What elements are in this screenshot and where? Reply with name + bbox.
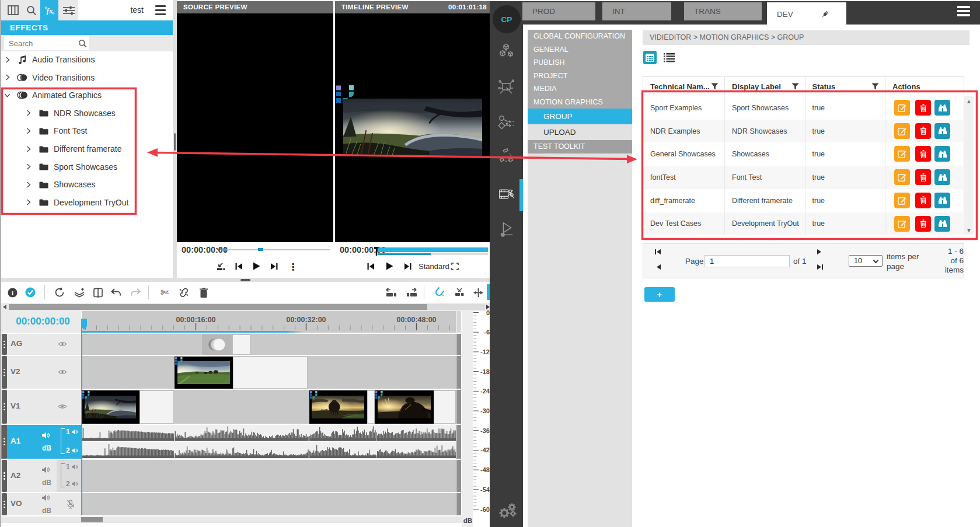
- table-row[interactable]: NDR ExamplesNDR Showcasestrue: [643, 120, 965, 143]
- nav-item-group[interactable]: GROUP: [528, 109, 632, 124]
- scroll-left-icon[interactable]: [3, 305, 7, 309]
- track-mute-icon[interactable]: [42, 466, 50, 473]
- clip-v2-video[interactable]: [175, 357, 233, 389]
- tree-item-font-test[interactable]: Font Test: [1, 122, 173, 139]
- track-visibility-icon[interactable]: [58, 404, 67, 409]
- menu-icon[interactable]: [155, 5, 166, 15]
- nav-item-upload[interactable]: UPLOAD: [528, 124, 632, 140]
- delete-button[interactable]: [915, 193, 931, 208]
- timeline-progress-bar[interactable]: [378, 247, 488, 252]
- track-lane-A2[interactable]: [82, 460, 456, 492]
- razor-icon[interactable]: [453, 282, 466, 303]
- vertical-splitter-grip[interactable]: [174, 133, 176, 151]
- clip-v1-tail-3[interactable]: [434, 390, 456, 424]
- effects-search-input[interactable]: [4, 36, 89, 50]
- track-header-V2[interactable]: V2: [1, 356, 81, 389]
- audio-waveform-channel-2[interactable]: [82, 442, 456, 458]
- clip-v1-video-3[interactable]: [375, 390, 434, 424]
- table-scroll-up-icon[interactable]: ▲: [966, 99, 972, 104]
- track-lane-AG[interactable]: [82, 334, 456, 355]
- chevron-right-icon[interactable]: [25, 182, 32, 188]
- channel-2[interactable]: 2: [66, 480, 78, 488]
- filter-icon[interactable]: [711, 83, 719, 90]
- view-button[interactable]: [934, 146, 950, 162]
- track-header-AG[interactable]: AG: [1, 334, 81, 355]
- chevron-right-icon[interactable]: [25, 146, 32, 152]
- grid-view-button[interactable]: [643, 51, 657, 64]
- track-visibility-icon[interactable]: [58, 369, 67, 375]
- source-skip-back-icon[interactable]: [235, 263, 243, 270]
- edit-button[interactable]: [894, 123, 910, 139]
- unlink-icon[interactable]: [177, 282, 190, 303]
- tab-prod[interactable]: PROD: [522, 2, 595, 20]
- tab-int[interactable]: INT: [602, 2, 671, 20]
- track-lane-VO[interactable]: [82, 493, 456, 515]
- channel-1[interactable]: 1: [66, 428, 78, 436]
- view-button[interactable]: [934, 169, 950, 185]
- first-page-icon[interactable]: [655, 249, 661, 254]
- insert-edit-icon[interactable]: [384, 282, 398, 303]
- timecode-dropdown-icon[interactable]: [216, 247, 222, 252]
- track-drag-handle[interactable]: [2, 460, 7, 492]
- timeline-ruler[interactable]: 00:00:16:0000:00:32:0000:00:48:00: [82, 311, 456, 333]
- timeline-scrollbar-thumb[interactable]: [9, 304, 427, 310]
- table-row[interactable]: diff_framerateDifferent frameratetrue: [643, 189, 965, 212]
- source-skip-forward-icon[interactable]: [270, 263, 278, 270]
- delete-button[interactable]: [915, 100, 931, 116]
- view-button[interactable]: [934, 123, 950, 139]
- prev-page-icon[interactable]: [656, 264, 661, 270]
- add-group-button[interactable]: +: [644, 287, 675, 302]
- next-page-icon[interactable]: [817, 249, 822, 254]
- track-mute-icon[interactable]: [42, 494, 50, 501]
- nav-item-global-configuration[interactable]: GLOBAL CONFIGURATION: [528, 30, 632, 43]
- search-panel-icon[interactable]: [22, 0, 40, 20]
- table-row[interactable]: fontTestFont Testtrue: [643, 166, 965, 189]
- source-progress-bar[interactable]: [225, 249, 330, 250]
- undo-icon[interactable]: [110, 282, 123, 303]
- chevron-down-icon[interactable]: [4, 92, 11, 99]
- clip-v1-video-1[interactable]: [82, 390, 139, 424]
- track-header-VO[interactable]: VOdB: [1, 493, 81, 515]
- delete-button[interactable]: [915, 216, 931, 232]
- chevron-right-icon[interactable]: [4, 57, 11, 63]
- items-per-page-select[interactable]: 10: [849, 255, 883, 267]
- delete-clip-icon[interactable]: [197, 282, 210, 303]
- sidebar-item-workflow-icon[interactable]: [498, 114, 515, 131]
- track-mute-icon[interactable]: [42, 432, 50, 439]
- edit-button[interactable]: [894, 169, 910, 185]
- clip-v1-tail-1[interactable]: [139, 390, 174, 424]
- table-row[interactable]: Sport ExamplesSport Showcasestrue: [643, 96, 965, 120]
- info-icon[interactable]: i: [6, 282, 19, 303]
- expand-clips-icon[interactable]: [472, 282, 484, 303]
- column-header-actions[interactable]: Actions: [885, 77, 964, 96]
- channel-1[interactable]: 1: [66, 463, 78, 471]
- audio-waveform-channel-1[interactable]: [82, 425, 456, 441]
- nav-item-publish[interactable]: PUBLISH: [528, 56, 632, 69]
- tree-item-audio-transitions[interactable]: Audio Transitions: [1, 51, 173, 68]
- overwrite-edit-icon[interactable]: [404, 282, 418, 303]
- edit-button[interactable]: [894, 193, 910, 208]
- tree-item-development-tryout[interactable]: Development TryOut: [1, 194, 173, 211]
- redo-icon[interactable]: [129, 282, 142, 303]
- track-drag-handle[interactable]: [2, 493, 7, 515]
- sidebar-item-media-icon[interactable]: [498, 147, 515, 165]
- chevron-right-icon[interactable]: [25, 163, 32, 170]
- last-page-icon[interactable]: [817, 264, 823, 270]
- approve-icon[interactable]: [24, 282, 37, 303]
- table-row[interactable]: Dev Test CasesDevelopment TryOuttrue: [643, 212, 965, 236]
- clip-ag-tail[interactable]: [232, 334, 250, 355]
- tree-item-video-transitions[interactable]: Video Transitions: [1, 69, 173, 86]
- nav-item-general[interactable]: GENERAL: [528, 43, 632, 57]
- nav-item-project[interactable]: PROJECT: [528, 69, 632, 83]
- track-header-A1[interactable]: A1dB12: [1, 425, 81, 459]
- page-number-input[interactable]: [705, 255, 790, 267]
- panel-view-icon[interactable]: [4, 0, 22, 20]
- tab-trans[interactable]: TRANS: [684, 2, 762, 20]
- timeline-bottom-scrollbar-thumb[interactable]: [81, 517, 103, 522]
- track-db-label[interactable]: dB: [42, 507, 51, 515]
- sidebar-item-assets-icon[interactable]: [498, 43, 515, 60]
- cut-icon[interactable]: ✄: [158, 282, 171, 303]
- delete-button[interactable]: [915, 123, 931, 139]
- track-visibility-icon[interactable]: [58, 341, 67, 347]
- track-drag-handle[interactable]: [2, 425, 7, 459]
